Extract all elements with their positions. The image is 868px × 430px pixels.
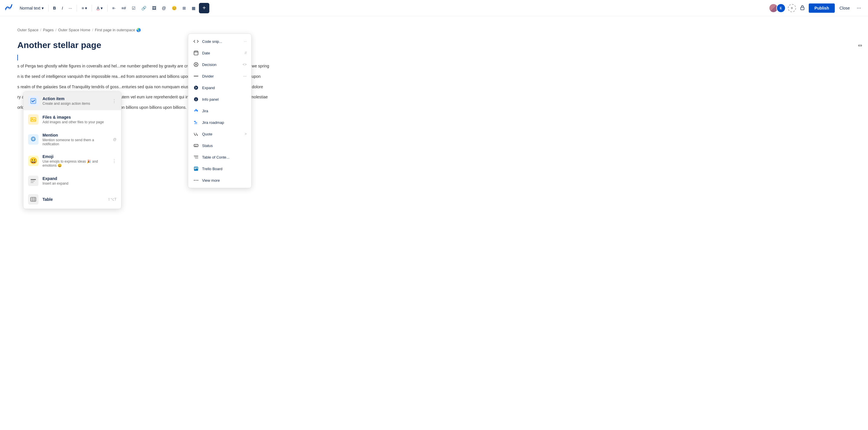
insert-menu-item-files-images[interactable]: Files & images Add images and other file… bbox=[24, 110, 121, 129]
right-menu-item-status[interactable]: ABC Status bbox=[188, 140, 251, 151]
action-item-icon bbox=[28, 96, 38, 106]
right-menu-item-date[interactable]: Date // bbox=[188, 47, 251, 59]
more-options-button[interactable]: ··· bbox=[855, 3, 863, 13]
right-menu: Code snip... ··· Date // bbox=[188, 34, 252, 188]
breadcrumb-pages[interactable]: Pages bbox=[43, 28, 54, 32]
divider-2 bbox=[76, 5, 77, 11]
text-color-button[interactable]: A ▾ bbox=[94, 4, 105, 12]
link-button[interactable]: 🔗 bbox=[139, 4, 149, 12]
layout-button[interactable]: ▦ bbox=[189, 4, 198, 12]
right-menu-item-jira-roadmap[interactable]: Jira roadmap bbox=[188, 117, 251, 128]
view-more-label: View more bbox=[202, 178, 247, 182]
calendar-icon bbox=[193, 50, 199, 56]
right-menu-item-info-panel[interactable]: Info panel bbox=[188, 93, 251, 105]
publish-button[interactable]: Publish bbox=[809, 3, 835, 13]
text-style-dropdown[interactable]: Normal text ▾ bbox=[17, 4, 46, 12]
insert-menu-item-table[interactable]: Table ⇧⌥T bbox=[24, 190, 121, 209]
layout-icon: ▦ bbox=[192, 6, 195, 10]
right-menu-item-jira[interactable]: Jira bbox=[188, 105, 251, 117]
content-paragraph-1: s of Perga two ghostly white figures in … bbox=[17, 63, 851, 70]
trello-icon bbox=[193, 166, 199, 172]
insert-menu-item-expand[interactable]: Expand Insert an expand bbox=[24, 172, 121, 190]
insert-plus-button[interactable]: + bbox=[199, 3, 209, 13]
toolbar-right: E + Publish Close ··· bbox=[769, 3, 863, 13]
image-button[interactable]: 🖼 bbox=[150, 4, 158, 12]
right-menu-item-code-snippet[interactable]: Code snip... ··· bbox=[188, 36, 251, 47]
table-button[interactable]: ⊞ bbox=[180, 4, 188, 12]
right-menu-item-trello[interactable]: Trello Board bbox=[188, 163, 251, 174]
content-paragraph-4: ry across the centuries prime number the… bbox=[17, 94, 851, 101]
jira-icon bbox=[193, 108, 199, 114]
italic-button[interactable]: I bbox=[60, 4, 65, 12]
svg-rect-0 bbox=[801, 7, 804, 10]
numbered-list-icon: ≡# bbox=[121, 6, 126, 10]
logo[interactable] bbox=[5, 3, 13, 12]
svg-point-38 bbox=[196, 180, 197, 181]
decision-shortcut: <> bbox=[243, 62, 247, 66]
quote-label: Quote bbox=[202, 132, 242, 136]
insert-menu-item-action-item[interactable]: Action item Create and assign action ite… bbox=[24, 92, 121, 110]
expand-right-icon bbox=[193, 85, 199, 91]
decision-label: Decision bbox=[202, 62, 240, 67]
insert-menu-item-mention[interactable]: Mention Mention someone to send them a n… bbox=[24, 129, 121, 150]
right-menu-item-quote[interactable]: Quote > bbox=[188, 128, 251, 140]
breadcrumb-outer-space-home[interactable]: Outer Space Home bbox=[58, 28, 90, 32]
bullet-list-button[interactable]: ≡· bbox=[110, 4, 118, 12]
divider-1 bbox=[48, 5, 49, 11]
insert-menu: Action item Create and assign action ite… bbox=[23, 91, 121, 209]
svg-point-25 bbox=[196, 98, 196, 99]
table-icon: ⊞ bbox=[182, 6, 186, 10]
svg-rect-9 bbox=[31, 181, 35, 181]
bold-button[interactable]: B bbox=[51, 4, 58, 12]
right-menu-item-toc[interactable]: Table of Conte... bbox=[188, 151, 251, 163]
breadcrumb-first-page[interactable]: First page in outerspace 🌏 bbox=[95, 28, 141, 32]
mention-text: Mention Mention someone to send them a n… bbox=[42, 133, 109, 146]
divider-label: Divider bbox=[202, 74, 240, 79]
editor-area: Outer Space / Pages / Outer Space Home /… bbox=[0, 16, 868, 430]
quote-icon bbox=[193, 131, 199, 137]
breadcrumb-sep-1: / bbox=[40, 28, 41, 32]
right-menu-item-expand[interactable]: Expand bbox=[188, 82, 251, 93]
chevron-down-icon-2: ▾ bbox=[85, 6, 87, 10]
emoji-button[interactable]: 😊 bbox=[169, 4, 179, 12]
chevron-down-icon: ▾ bbox=[42, 6, 44, 10]
decision-icon bbox=[193, 61, 199, 68]
divider-menu-icon bbox=[193, 73, 199, 79]
task-list-button[interactable]: ☑ bbox=[129, 4, 138, 12]
mention-button[interactable]: @ bbox=[160, 4, 168, 12]
bullet-list-icon: ≡· bbox=[112, 6, 116, 10]
content-area: Outer Space / Pages / Outer Space Home /… bbox=[0, 16, 868, 430]
svg-rect-27 bbox=[195, 122, 197, 123]
chevron-down-icon-3: ▾ bbox=[101, 6, 103, 10]
more-format-button[interactable]: ··· bbox=[66, 4, 74, 12]
right-menu-item-view-more[interactable]: View more bbox=[188, 174, 251, 186]
expand-icon bbox=[28, 176, 38, 186]
jira-label: Jira bbox=[202, 109, 247, 113]
expand-arrows[interactable]: ⇔ bbox=[858, 42, 862, 49]
image-icon: 🖼 bbox=[152, 6, 156, 10]
code-icon bbox=[193, 38, 199, 45]
table-menu-icon bbox=[28, 194, 38, 205]
breadcrumb: Outer Space / Pages / Outer Space Home /… bbox=[17, 28, 851, 32]
avatar-placeholder: E bbox=[776, 3, 785, 13]
right-menu-item-decision[interactable]: Decision <> bbox=[188, 59, 251, 70]
status-label: Status bbox=[202, 144, 247, 148]
table-text: Table bbox=[42, 197, 103, 202]
code-snippet-label: Code snip... bbox=[202, 39, 241, 44]
add-user-button[interactable]: + bbox=[788, 4, 796, 12]
close-button[interactable]: Close bbox=[837, 3, 852, 13]
numbered-list-button[interactable]: ≡# bbox=[119, 4, 128, 12]
toc-icon bbox=[193, 154, 199, 160]
svg-point-39 bbox=[197, 180, 198, 181]
align-button[interactable]: ≡ ▾ bbox=[79, 4, 89, 12]
info-icon bbox=[193, 96, 199, 103]
breadcrumb-outer-space[interactable]: Outer Space bbox=[17, 28, 38, 32]
lock-button[interactable] bbox=[798, 3, 806, 12]
insert-menu-item-emoji[interactable]: 😀 Emoji Use emojis to express ideas 🎉 an… bbox=[24, 150, 121, 172]
right-menu-item-divider[interactable]: Divider --- bbox=[188, 70, 251, 82]
breadcrumb-sep-3: / bbox=[92, 28, 93, 32]
svg-rect-28 bbox=[194, 123, 197, 124]
svg-point-22 bbox=[194, 86, 198, 90]
expand-text: Expand Insert an expand bbox=[42, 176, 117, 185]
svg-rect-11 bbox=[31, 197, 36, 201]
